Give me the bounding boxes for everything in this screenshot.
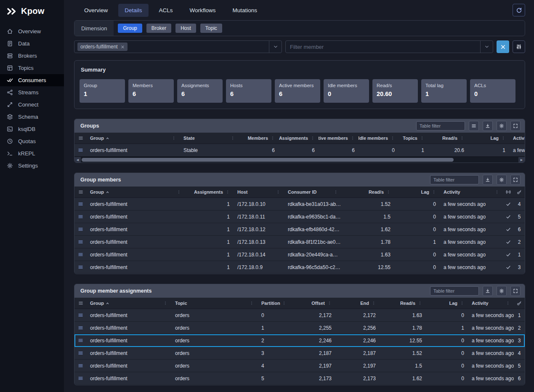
column-menu-icon[interactable] xyxy=(334,190,338,194)
row-menu-cell[interactable] xyxy=(74,252,86,257)
column-menu-icon[interactable] xyxy=(226,190,230,194)
table-row[interactable]: orders-fulfillment orders 4 2,197 2,197 … xyxy=(74,360,525,372)
table-row[interactable]: orders-fulfillment 1 /172.18.0.10 rdkafk… xyxy=(74,198,525,211)
table-tool-button[interactable] xyxy=(510,175,521,185)
column-header[interactable]: Activity xyxy=(468,301,514,306)
column-menu-icon[interactable] xyxy=(495,190,499,194)
sidebar-item[interactable]: Settings xyxy=(0,160,64,172)
row-menu-cell[interactable] xyxy=(74,363,86,368)
dimension-option-button[interactable]: Host xyxy=(175,24,196,33)
dimension-option-button[interactable]: Broker xyxy=(146,24,171,33)
row-menu-cell[interactable] xyxy=(74,376,86,381)
tab[interactable]: Mutations xyxy=(226,4,264,17)
table-row[interactable]: orders-fulfillment orders 0 2,172 2,172 … xyxy=(74,309,525,322)
table-tool-button[interactable] xyxy=(483,175,493,185)
row-menu-icon[interactable] xyxy=(78,325,83,331)
column-header[interactable]: Group xyxy=(86,189,185,195)
column-header[interactable]: State xyxy=(180,136,239,141)
row-menu-icon[interactable] xyxy=(78,312,83,318)
column-header[interactable]: Members xyxy=(239,136,279,141)
table-filter-input[interactable] xyxy=(430,175,479,184)
column-menu-icon[interactable] xyxy=(282,301,286,305)
column-menu-icon[interactable] xyxy=(460,301,464,305)
kpow-logo[interactable]: Kpow xyxy=(0,0,64,25)
column-header[interactable]: End xyxy=(335,301,380,306)
table-row[interactable]: orders-fulfillment orders 5 2,173 2,173 … xyxy=(74,372,525,385)
table-tool-button[interactable] xyxy=(497,121,507,131)
column-header[interactable]: Activity xyxy=(509,136,525,141)
column-header[interactable]: Activity xyxy=(440,189,503,195)
sidebar-item[interactable]: Connect xyxy=(0,99,64,111)
table-row[interactable]: orders-fulfillment orders 1 2,255 2,256 … xyxy=(74,322,525,334)
scroll-right-arrow[interactable]: ▶ xyxy=(518,157,525,163)
clear-filters-button[interactable] xyxy=(497,40,509,53)
sidebar-item[interactable]: kREPL xyxy=(0,147,64,160)
column-menu-icon[interactable] xyxy=(250,301,254,305)
column-menu-icon[interactable] xyxy=(327,301,332,305)
tab[interactable]: ACLs xyxy=(153,4,179,17)
column-menu-icon[interactable] xyxy=(276,190,280,194)
table-row[interactable]: orders-fulfillment 1 /172.18.0.9 rdkafka… xyxy=(74,261,525,274)
column-header[interactable]: Lag xyxy=(426,301,468,306)
column-menu-icon[interactable] xyxy=(351,136,355,140)
scrollbar-track[interactable] xyxy=(81,157,518,163)
row-menu-cell[interactable] xyxy=(74,350,86,356)
chip-remove-icon[interactable] xyxy=(121,45,125,49)
row-menu-icon[interactable] xyxy=(78,252,83,257)
row-menu-cell[interactable] xyxy=(74,264,86,270)
table-tool-button[interactable] xyxy=(510,121,521,131)
column-header[interactable]: Lag xyxy=(468,136,509,141)
chevron-down-icon[interactable] xyxy=(480,41,493,53)
row-menu-cell[interactable] xyxy=(74,239,86,245)
row-menu-icon[interactable] xyxy=(78,350,83,356)
sidebar-item[interactable]: Streams xyxy=(0,86,64,99)
row-menu-icon[interactable] xyxy=(78,239,83,245)
filter-options-button[interactable] xyxy=(513,40,525,53)
table-tool-button[interactable] xyxy=(483,121,493,131)
row-menu-cell[interactable] xyxy=(74,227,86,232)
column-header[interactable]: Assignments xyxy=(279,136,319,141)
column-menu-icon[interactable] xyxy=(386,190,391,194)
column-header[interactable]: Read/s xyxy=(428,136,468,141)
row-menu-icon[interactable] xyxy=(78,227,83,232)
row-menu-icon[interactable] xyxy=(78,363,83,368)
table-tool-button[interactable] xyxy=(510,286,521,296)
sidebar-item[interactable]: Brokers xyxy=(0,50,64,62)
chevron-down-icon[interactable] xyxy=(269,41,282,53)
sidebar-item[interactable]: Consumers xyxy=(0,74,64,86)
table-tool-button[interactable] xyxy=(497,175,507,185)
column-header[interactable]: Read/s xyxy=(342,189,394,195)
row-menu-icon[interactable] xyxy=(78,147,83,153)
member-filter-select[interactable]: Filter member xyxy=(285,40,493,53)
column-header[interactable]: Idle members xyxy=(359,136,399,141)
sidebar-item[interactable]: ksqlDB xyxy=(0,123,64,135)
column-menu-icon[interactable] xyxy=(271,136,275,140)
column-header[interactable]: Partition xyxy=(258,301,290,306)
tab[interactable]: Workflows xyxy=(183,4,222,17)
sidebar-item[interactable]: Quotas xyxy=(0,135,64,147)
column-header[interactable]: Assignments xyxy=(185,189,234,195)
table-row[interactable]: orders-fulfillment Stable 6 6 6 0 1 20.6… xyxy=(74,144,525,157)
column-menu-icon[interactable] xyxy=(501,136,505,140)
column-header[interactable]: Consumer ID xyxy=(284,189,342,195)
row-menu-cell[interactable] xyxy=(74,312,86,318)
group-filter-select[interactable]: orders-fulfillment xyxy=(74,40,282,53)
row-menu-icon[interactable] xyxy=(78,264,83,270)
tab[interactable]: Overview xyxy=(78,4,114,17)
column-menu-icon[interactable] xyxy=(391,136,395,140)
column-menu-icon[interactable] xyxy=(432,190,436,194)
row-menu-cell[interactable] xyxy=(74,338,86,343)
column-menu-icon[interactable] xyxy=(460,136,464,140)
table-row[interactable]: orders-fulfillment 1 /172.18.0.11 rdkafk… xyxy=(74,211,525,223)
dimension-option-button[interactable]: Group xyxy=(118,24,142,33)
refresh-button[interactable] xyxy=(513,4,525,16)
row-menu-cell[interactable] xyxy=(74,325,86,331)
tab[interactable]: Details xyxy=(118,4,148,17)
row-menu-icon[interactable] xyxy=(78,214,83,219)
column-header[interactable]: Topics xyxy=(399,136,428,141)
sidebar-item[interactable]: Overview xyxy=(0,25,64,37)
sidebar-item[interactable]: Data xyxy=(0,37,64,50)
column-menu-icon[interactable] xyxy=(311,136,315,140)
row-menu-cell[interactable] xyxy=(74,147,86,153)
row-menu-cell[interactable] xyxy=(74,214,86,219)
